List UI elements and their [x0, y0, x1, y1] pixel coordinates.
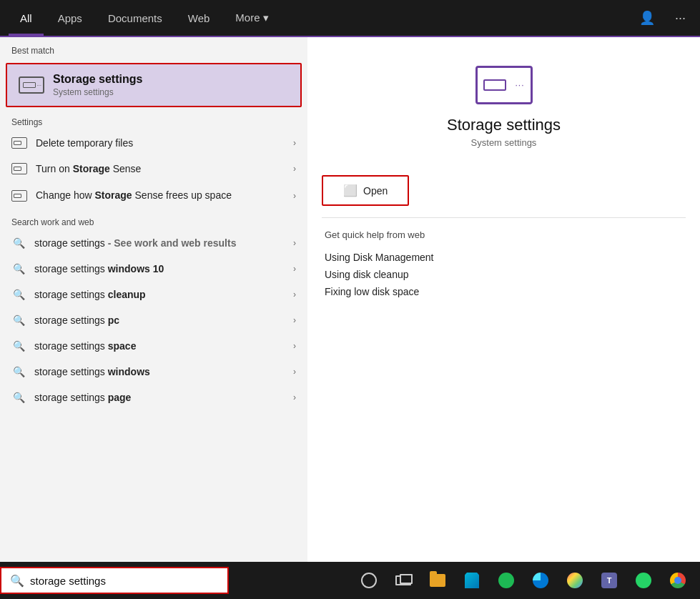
taskbar-teams-button[interactable]: T: [593, 562, 626, 599]
settings-item-icon-3: [11, 190, 27, 202]
edge-icon: [533, 573, 548, 588]
search-loop-icon-1: 🔍: [11, 237, 26, 249]
quick-help-link-3[interactable]: Fixing low disk space: [325, 283, 683, 300]
taskbar-paint-button[interactable]: [558, 562, 591, 599]
taskbar-search-button[interactable]: [353, 562, 385, 599]
storage-settings-large-icon: [475, 66, 533, 104]
taskbar-taskview-button[interactable]: [387, 562, 420, 599]
nav-icons: 👤 ···: [634, 7, 691, 29]
search-arrow-2: ›: [293, 264, 296, 274]
search-result-page[interactable]: 🔍 storage settings page ›: [0, 385, 307, 410]
change-storage-sense-item[interactable]: Change how Storage Sense frees up space …: [0, 182, 307, 210]
search-loop-icon-5: 🔍: [11, 340, 26, 352]
search-arrow-7: ›: [293, 392, 296, 402]
search-loop-icon-4: 🔍: [11, 315, 26, 326]
quick-help-link-2[interactable]: Using disk cleanup: [325, 266, 683, 283]
search-arrow-4: ›: [293, 315, 296, 325]
settings-group-label: Settings: [0, 110, 307, 130]
arrow-icon-2: ›: [293, 164, 296, 174]
open-btn-container: ⬜ Open: [307, 169, 700, 217]
best-match-label: Best match: [0, 37, 307, 60]
search-result-text-5: storage settings space: [34, 340, 285, 352]
search-result-text-1: storage settings - See work and web resu…: [34, 237, 285, 249]
top-nav: All Apps Documents Web More ▾ 👤 ···: [0, 0, 700, 37]
search-panel: Best match Storage settings System setti…: [0, 37, 700, 562]
open-button[interactable]: ⬜ Open: [322, 175, 409, 206]
best-match-item[interactable]: Storage settings System settings: [6, 63, 302, 107]
teams-icon: T: [601, 573, 617, 588]
spotify-icon: [498, 573, 514, 588]
taskbar-spotify-button[interactable]: [490, 562, 523, 599]
search-arrow-6: ›: [293, 367, 296, 377]
best-match-title: Storage settings: [53, 73, 289, 86]
taskbar-icons: T: [353, 562, 700, 599]
nav-tabs: All Apps Documents Web More ▾: [9, 7, 634, 29]
search-arrow-1: ›: [293, 238, 296, 248]
search-loop-icon-3: 🔍: [11, 289, 26, 300]
taskbar-fileexplorer-button[interactable]: [421, 562, 454, 599]
right-panel: Storage settings System settings ⬜ Open …: [307, 37, 700, 562]
search-arrow-3: ›: [293, 289, 296, 300]
tab-documents[interactable]: Documents: [97, 8, 174, 29]
taskbar-search[interactable]: 🔍 storage settings: [0, 567, 229, 594]
quick-help-link-1[interactable]: Using Disk Management: [325, 249, 683, 266]
taskbar: 🔍 storage settings: [0, 562, 700, 599]
taskbar-chrome-button[interactable]: [661, 562, 694, 599]
change-storage-sense-text: Change how Storage Sense frees up space: [36, 189, 285, 203]
open-icon: ⬜: [343, 184, 358, 197]
quick-help-title: Get quick help from web: [325, 229, 683, 240]
search-arrow-5: ›: [293, 341, 296, 351]
arrow-icon-3: ›: [293, 191, 296, 201]
search-result-text-7: storage settings page: [34, 392, 285, 403]
best-match-subtitle: System settings: [53, 87, 289, 97]
paint-icon: [567, 573, 583, 588]
tab-more[interactable]: More ▾: [224, 7, 280, 29]
taskbar-search-text: storage settings: [30, 575, 219, 587]
best-match-text: Storage settings System settings: [53, 73, 289, 97]
taskbar-search-icon: 🔍: [10, 574, 24, 588]
right-app-title: Storage settings: [447, 116, 561, 134]
chrome-icon: [670, 573, 686, 588]
settings-item-icon-1: [11, 137, 27, 149]
delete-temp-files-item[interactable]: Delete temporary files ›: [0, 130, 307, 156]
settings-item-icon-2: [11, 163, 27, 174]
search-result-text-6: storage settings windows: [34, 366, 285, 377]
search-loop-icon-7: 🔍: [11, 392, 26, 403]
search-circle-icon: [361, 573, 377, 588]
folder-icon: [430, 574, 445, 587]
ellipsis-icon-button[interactable]: ···: [669, 8, 691, 29]
search-result-windows[interactable]: 🔍 storage settings windows ›: [0, 359, 307, 385]
store-icon: [465, 573, 479, 588]
search-loop-icon-2: 🔍: [11, 263, 26, 274]
taskbar-store-button[interactable]: [455, 562, 488, 599]
left-panel: Best match Storage settings System setti…: [0, 37, 307, 562]
search-result-cleanup[interactable]: 🔍 storage settings cleanup ›: [0, 282, 307, 307]
right-app-subtitle: System settings: [471, 137, 537, 148]
right-header: Storage settings System settings: [307, 37, 700, 169]
tab-web[interactable]: Web: [177, 8, 222, 29]
person-icon-button[interactable]: 👤: [634, 7, 661, 29]
turn-on-storage-sense-text: Turn on Storage Sense: [36, 163, 285, 174]
taskbar-edge-button[interactable]: [524, 562, 557, 599]
search-result-pc[interactable]: 🔍 storage settings pc ›: [0, 307, 307, 333]
taskbar-whatsapp-button[interactable]: [627, 562, 660, 599]
search-result-text-2: storage settings windows 10: [34, 263, 285, 274]
tab-apps[interactable]: Apps: [46, 8, 94, 29]
search-result-space[interactable]: 🔍 storage settings space ›: [0, 333, 307, 359]
search-result-storage-settings[interactable]: 🔍 storage settings - See work and web re…: [0, 230, 307, 256]
search-work-web-label: Search work and web: [0, 210, 307, 230]
taskview-icon: [395, 575, 411, 585]
quick-help-section: Get quick help from web Using Disk Manag…: [307, 218, 700, 312]
arrow-icon-1: ›: [293, 138, 296, 148]
search-result-windows10[interactable]: 🔍 storage settings windows 10 ›: [0, 256, 307, 282]
storage-settings-icon: [19, 76, 44, 94]
search-loop-icon-6: 🔍: [11, 366, 26, 377]
search-result-text-4: storage settings pc: [34, 315, 285, 326]
turn-on-storage-sense-item[interactable]: Turn on Storage Sense ›: [0, 156, 307, 182]
search-result-text-3: storage settings cleanup: [34, 289, 285, 300]
tab-all[interactable]: All: [9, 8, 44, 29]
delete-temp-files-text: Delete temporary files: [36, 137, 285, 149]
whatsapp-icon: [636, 573, 651, 588]
